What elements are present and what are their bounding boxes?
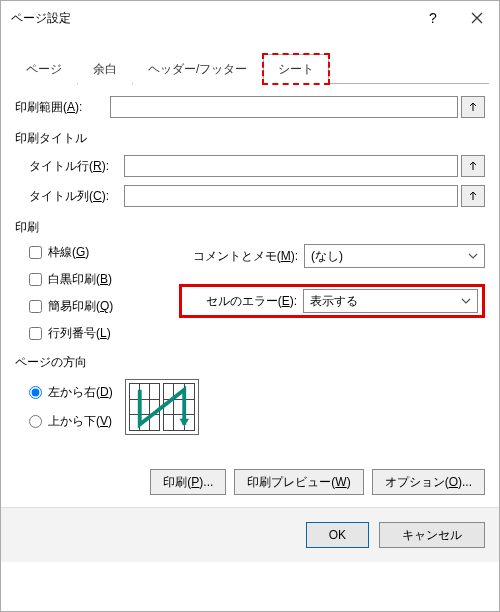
draft-checkbox[interactable]: 簡易印刷(Q) — [29, 298, 169, 315]
page-order-icon — [125, 379, 199, 435]
print-area-row: 印刷範囲(A): — [15, 96, 485, 118]
title-cols-row: タイトル列(C): — [29, 185, 485, 207]
chevron-down-icon — [468, 253, 478, 259]
title-cols-label: タイトル列(C): — [29, 188, 124, 205]
title-rows-label: タイトル行(R): — [29, 158, 124, 175]
tab-margins[interactable]: 余白 — [78, 54, 132, 84]
order-ltr-label: 左から右(D) — [48, 384, 113, 401]
comments-label: コメントとメモ(M): — [179, 248, 304, 265]
gridlines-label: 枠線(G) — [48, 244, 89, 261]
help-button[interactable]: ? — [411, 3, 455, 33]
order-ltr-radio[interactable]: 左から右(D) — [29, 384, 113, 401]
tab-page[interactable]: ページ — [11, 54, 77, 84]
print-area-input[interactable] — [110, 96, 458, 118]
page-order-title: ページの方向 — [15, 354, 485, 371]
comments-value: (なし) — [311, 248, 343, 265]
close-icon — [471, 12, 483, 24]
dialog-footer: OK キャンセル — [1, 507, 499, 562]
chevron-down-icon — [461, 298, 471, 304]
headings-checkbox-input[interactable] — [29, 327, 42, 340]
cell-errors-row: セルのエラー(E): 表示する — [186, 289, 478, 313]
title-rows-input[interactable] — [124, 155, 458, 177]
bw-checkbox[interactable]: 白黒印刷(B) — [29, 271, 169, 288]
window-titlebar: ページ設定 ? — [1, 1, 499, 35]
draft-checkbox-input[interactable] — [29, 300, 42, 313]
cancel-button[interactable]: キャンセル — [379, 522, 485, 548]
order-ltr-radio-input[interactable] — [29, 386, 42, 399]
order-ttb-label: 上から下(V) — [48, 413, 112, 430]
collapse-dialog-icon — [468, 161, 478, 171]
tab-sheet[interactable]: シート — [263, 54, 329, 84]
title-cols-ref-button[interactable] — [461, 185, 485, 207]
ok-button[interactable]: OK — [306, 522, 369, 548]
cell-errors-label: セルのエラー(E): — [186, 293, 303, 310]
gridlines-checkbox-input[interactable] — [29, 246, 42, 259]
action-buttons-row: 印刷(P)... 印刷プレビュー(W) オプション(O)... — [1, 469, 499, 495]
title-rows-row: タイトル行(R): — [29, 155, 485, 177]
options-button[interactable]: オプション(O)... — [372, 469, 485, 495]
page-order-row: 左から右(D) 上から下(V) — [29, 379, 485, 435]
close-button[interactable] — [455, 3, 499, 33]
print-preview-button[interactable]: 印刷プレビュー(W) — [234, 469, 363, 495]
collapse-dialog-icon — [468, 191, 478, 201]
title-rows-ref-button[interactable] — [461, 155, 485, 177]
comments-row: コメントとメモ(M): (なし) — [179, 244, 485, 268]
print-area-label: 印刷範囲(A): — [15, 99, 110, 116]
bw-checkbox-input[interactable] — [29, 273, 42, 286]
order-ttb-radio[interactable]: 上から下(V) — [29, 413, 113, 430]
print-titles-title: 印刷タイトル — [15, 130, 485, 147]
window-title: ページ設定 — [11, 10, 411, 27]
headings-label: 行列番号(L) — [48, 325, 111, 342]
print-section-title: 印刷 — [15, 219, 485, 236]
order-ttb-radio-input[interactable] — [29, 415, 42, 428]
print-button[interactable]: 印刷(P)... — [150, 469, 226, 495]
comments-dropdown[interactable]: (なし) — [304, 244, 485, 268]
cell-errors-dropdown[interactable]: 表示する — [303, 289, 478, 313]
gridlines-checkbox[interactable]: 枠線(G) — [29, 244, 169, 261]
collapse-dialog-icon — [468, 102, 478, 112]
tab-strip: ページ 余白 ヘッダー/フッター シート — [11, 53, 489, 84]
tab-headerfooter[interactable]: ヘッダー/フッター — [133, 54, 262, 84]
draft-label: 簡易印刷(Q) — [48, 298, 113, 315]
bw-label: 白黒印刷(B) — [48, 271, 112, 288]
headings-checkbox[interactable]: 行列番号(L) — [29, 325, 169, 342]
cell-errors-value: 表示する — [310, 293, 358, 310]
title-cols-input[interactable] — [124, 185, 458, 207]
print-area-ref-button[interactable] — [461, 96, 485, 118]
